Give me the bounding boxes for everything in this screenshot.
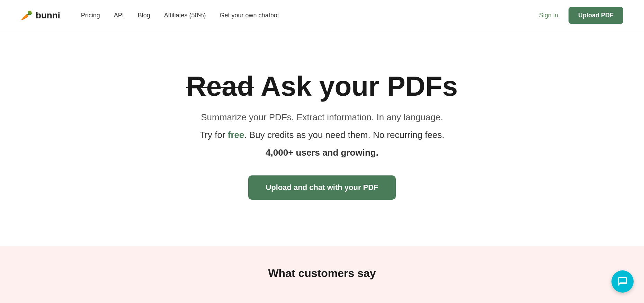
hero-heading-main: Ask your PDFs [254, 71, 458, 102]
testimonials-section: What customers say [0, 246, 644, 303]
nav-item-api[interactable]: API [114, 12, 124, 19]
nav-item-blog[interactable]: Blog [138, 12, 150, 19]
nav-link-api[interactable]: API [114, 12, 124, 19]
navbar-left: 🥕 bunni Pricing API Blog Affiliates (50%… [21, 10, 279, 21]
chat-icon [617, 276, 628, 287]
hero-cta-button[interactable]: Upload and chat with your PDF [248, 175, 395, 200]
hero-free-after: . Buy credits as you need them. No recur… [244, 130, 445, 140]
upload-pdf-button-nav[interactable]: Upload PDF [569, 7, 623, 24]
nav-links: Pricing API Blog Affiliates (50%) Get yo… [81, 12, 279, 19]
navbar: 🥕 bunni Pricing API Blog Affiliates (50%… [0, 0, 644, 31]
hero-free-text: Try for free. Buy credits as you need th… [199, 130, 444, 140]
hero-heading: Read Ask your PDFs [186, 71, 458, 102]
chat-button[interactable] [611, 270, 634, 293]
nav-item-affiliates[interactable]: Affiliates (50%) [164, 12, 206, 19]
logo-icon: 🥕 [21, 10, 33, 21]
logo-text: bunni [36, 10, 60, 21]
nav-item-pricing[interactable]: Pricing [81, 12, 100, 19]
nav-link-pricing[interactable]: Pricing [81, 12, 100, 19]
hero-heading-strikethrough: Read [186, 71, 254, 102]
logo-link[interactable]: 🥕 bunni [21, 10, 60, 21]
hero-users-count: 4,000+ users and growing. [266, 147, 378, 158]
nav-link-chatbot[interactable]: Get your own chatbot [220, 12, 279, 19]
nav-link-blog[interactable]: Blog [138, 12, 150, 19]
hero-free-word: free [228, 130, 244, 140]
nav-link-affiliates[interactable]: Affiliates (50%) [164, 12, 206, 19]
testimonials-title: What customers say [268, 267, 376, 280]
navbar-right: Sign in Upload PDF [539, 7, 623, 24]
hero-subtitle: Summarize your PDFs. Extract information… [201, 112, 443, 123]
nav-item-chatbot[interactable]: Get your own chatbot [220, 12, 279, 19]
hero-free-before: Try for [199, 130, 227, 140]
hero-section: Read Ask your PDFs Summarize your PDFs. … [0, 31, 644, 246]
sign-in-link[interactable]: Sign in [539, 12, 558, 19]
